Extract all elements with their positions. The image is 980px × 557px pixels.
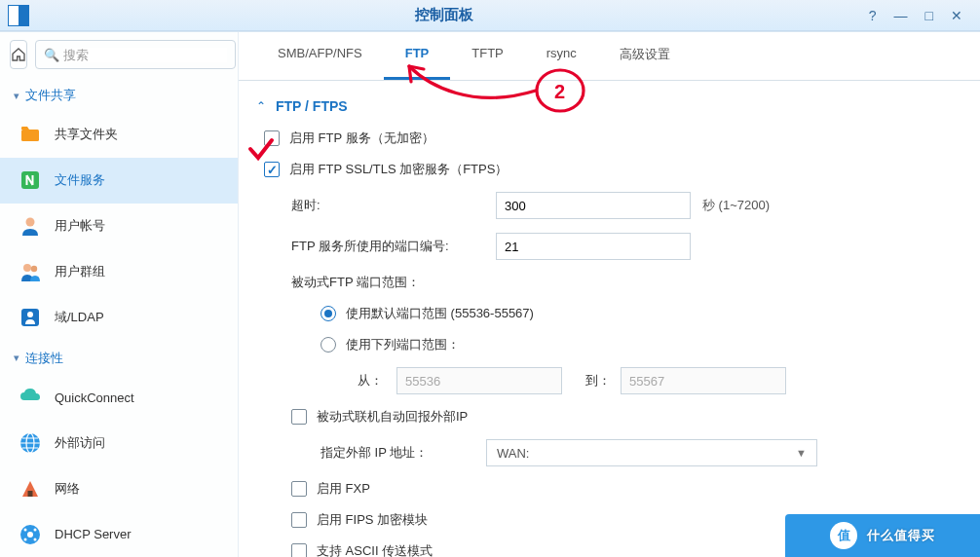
file-services-icon (18, 167, 43, 193)
label-pasv-range: 被动式FTP 端口范围： (291, 274, 420, 291)
sidebar-item-group[interactable]: 用户群组 (0, 248, 238, 294)
sidebar-group-label: 连接性 (25, 350, 63, 367)
sidebar-group-connectivity[interactable]: ▾ 连接性 (0, 340, 238, 375)
label-pasv-auto: 被动式联机自动回报外部IP (317, 408, 468, 426)
tab-tftp[interactable]: TFTP (450, 32, 525, 80)
watermark-text: 什么值得买 (867, 527, 935, 544)
search-box[interactable]: 🔍 (35, 40, 236, 69)
select-value: WAN: (497, 446, 529, 461)
content-area: ⌃ FTP / FTPS 启用 FTP 服务（无加密） 启用 FTP SSL/T… (239, 81, 980, 557)
sidebar-item-label: 用户群组 (55, 263, 220, 280)
checkbox-enable-fips[interactable] (291, 512, 307, 528)
label-enable-ftps: 启用 FTP SSL/TLS 加密服务（FTPS） (289, 161, 508, 178)
title-bar: 控制面板 ? — □ ✕ (0, 0, 980, 31)
radio-default-range[interactable] (320, 306, 336, 321)
checkbox-enable-ftps[interactable] (264, 162, 280, 177)
svg-point-13 (34, 528, 37, 531)
folder-icon (18, 122, 43, 147)
window-title: 控制面板 (37, 6, 851, 24)
sidebar-item-user[interactable]: 用户帐号 (0, 204, 238, 249)
section-header-ftp[interactable]: ⌃ FTP / FTPS (256, 98, 955, 114)
chevron-up-icon: ⌃ (256, 99, 266, 113)
checkbox-enable-fxp[interactable] (291, 481, 307, 497)
svg-rect-9 (28, 491, 33, 497)
label-to: 到： (562, 372, 611, 390)
sidebar-item-label: 文件服务 (55, 171, 220, 189)
close-button[interactable]: ✕ (951, 8, 962, 23)
checkbox-pasv-auto[interactable] (291, 409, 307, 425)
svg-point-15 (34, 538, 37, 540)
watermark-logo-icon: 值 (830, 522, 857, 549)
suffix-timeout: 秒 (1~7200) (702, 197, 770, 214)
svg-point-3 (23, 264, 31, 272)
svg-rect-0 (21, 130, 39, 141)
label-enable-ascii: 支持 ASCII 传送模式 (317, 542, 433, 557)
globe-icon (18, 430, 43, 456)
quickconnect-icon (18, 385, 43, 410)
label-default-range: 使用默认端口范围 (55536-55567) (346, 305, 534, 322)
help-button[interactable]: ? (869, 8, 877, 23)
chevron-down-icon: ▼ (796, 447, 807, 459)
chevron-down-icon: ▾ (14, 352, 19, 364)
svg-point-11 (27, 532, 33, 538)
label-enable-ftp: 启用 FTP 服务（无加密） (289, 130, 434, 147)
label-from: 从： (358, 372, 396, 390)
dhcp-icon (18, 522, 43, 547)
app-icon (8, 5, 29, 26)
label-enable-fips: 启用 FIPS 加密模块 (317, 511, 428, 529)
sidebar-item-label: QuickConnect (55, 390, 220, 405)
svg-point-14 (24, 538, 27, 540)
label-port: FTP 服务所使用的端口编号: (291, 238, 496, 255)
minimize-button[interactable]: — (894, 8, 908, 23)
input-timeout[interactable] (496, 192, 691, 219)
sidebar: 🔍 ▾ 文件共享 共享文件夹 文件服务 用户帐号 用户群组 域/LDAP (0, 32, 239, 557)
input-port[interactable] (496, 233, 691, 260)
sidebar-item-external[interactable]: 外部访问 (0, 421, 238, 466)
sidebar-group-file-sharing[interactable]: ▾ 文件共享 (0, 77, 238, 112)
search-icon: 🔍 (44, 48, 59, 62)
svg-point-4 (31, 266, 37, 272)
svg-point-2 (26, 217, 35, 226)
svg-point-6 (27, 312, 33, 317)
select-external-ip[interactable]: WAN: ▼ (486, 439, 817, 466)
sidebar-item-quickconnect[interactable]: QuickConnect (0, 375, 238, 421)
ldap-icon (18, 305, 43, 330)
checkbox-enable-ftp[interactable] (264, 130, 280, 146)
chevron-down-icon: ▾ (14, 90, 19, 102)
sidebar-item-label: 网络 (55, 480, 220, 498)
sidebar-group-label: 文件共享 (25, 87, 76, 104)
sidebar-item-dhcp[interactable]: DHCP Server (0, 511, 238, 557)
group-icon (18, 259, 43, 284)
home-icon (11, 47, 26, 62)
label-external-ip: 指定外部 IP 地址： (320, 444, 486, 462)
search-input[interactable] (63, 48, 227, 62)
sidebar-item-network[interactable]: 网络 (0, 465, 238, 511)
home-button[interactable] (10, 40, 27, 69)
tab-smb[interactable]: SMB/AFP/NFS (256, 32, 384, 80)
tab-advanced[interactable]: 高级设置 (598, 32, 692, 80)
sidebar-item-label: 共享文件夹 (55, 126, 220, 143)
input-from (396, 367, 562, 394)
tab-rsync[interactable]: rsync (525, 32, 598, 80)
checkbox-enable-ascii[interactable] (291, 543, 307, 557)
sidebar-item-directory[interactable]: 域/LDAP (0, 294, 238, 340)
section-title: FTP / FTPS (276, 98, 348, 114)
network-icon (18, 476, 43, 501)
sidebar-item-shared-folder[interactable]: 共享文件夹 (0, 112, 238, 158)
user-icon (18, 213, 43, 239)
sidebar-item-file-services[interactable]: 文件服务 (0, 158, 238, 204)
tab-ftp[interactable]: FTP (384, 32, 451, 80)
label-custom-range: 使用下列端口范围： (346, 336, 460, 353)
sidebar-item-label: 域/LDAP (55, 309, 220, 326)
sidebar-item-label: DHCP Server (55, 527, 220, 541)
tabs: SMB/AFP/NFS FTP TFTP rsync 高级设置 (239, 32, 980, 81)
sidebar-item-label: 用户帐号 (55, 217, 220, 235)
watermark-badge: 值 什么值得买 (785, 514, 980, 557)
label-enable-fxp: 启用 FXP (317, 480, 370, 498)
svg-point-12 (24, 528, 27, 531)
maximize-button[interactable]: □ (925, 8, 933, 23)
main-panel: SMB/AFP/NFS FTP TFTP rsync 高级设置 ⌃ FTP / … (239, 32, 980, 557)
input-to (621, 367, 786, 394)
radio-custom-range[interactable] (320, 337, 336, 353)
sidebar-item-label: 外部访问 (55, 434, 220, 452)
